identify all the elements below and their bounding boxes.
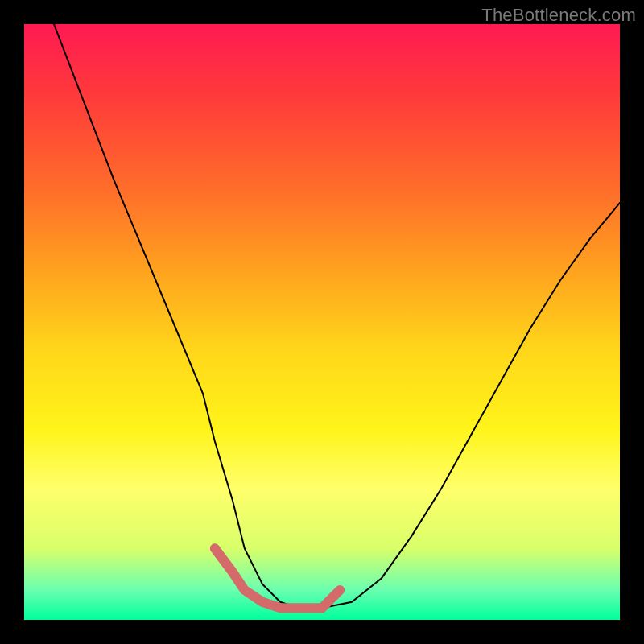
watermark-text: TheBottleneck.com xyxy=(481,5,636,26)
curve-svg xyxy=(24,24,620,620)
chart-canvas: TheBottleneck.com xyxy=(0,0,644,644)
main-curve xyxy=(54,24,620,608)
plot-area xyxy=(24,24,620,620)
